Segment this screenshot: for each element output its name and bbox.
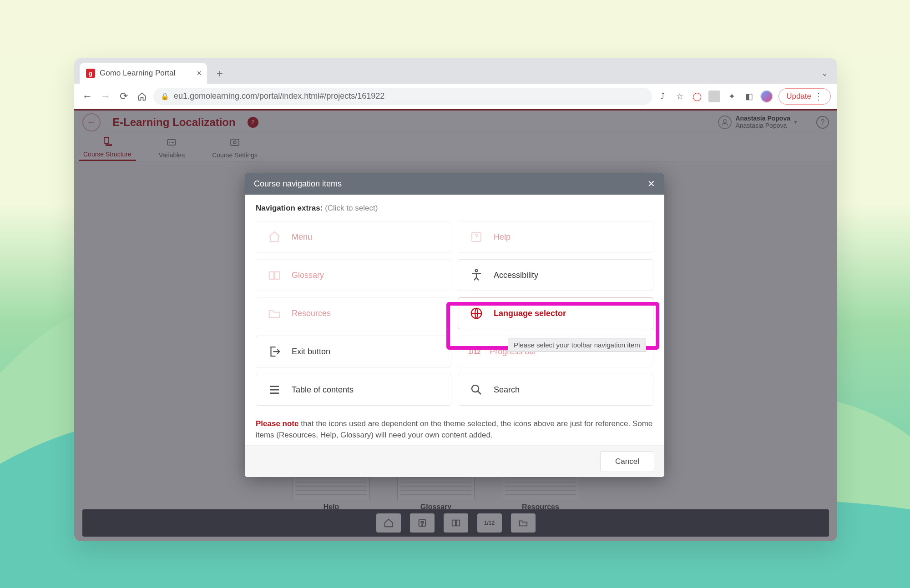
share-icon[interactable]: ⤴ bbox=[657, 90, 668, 102]
favicon-icon: g bbox=[86, 69, 95, 78]
browser-toolbar: ← → ⟳ 🔒 eu1.gomolearning.com/portal/inde… bbox=[74, 84, 837, 109]
back-icon[interactable]: ← bbox=[81, 90, 94, 103]
browser-tab[interactable]: g Gomo Learning Portal × bbox=[80, 63, 207, 84]
svg-point-10 bbox=[472, 385, 479, 392]
extension-opera-icon[interactable]: ◯ bbox=[691, 90, 703, 102]
globe-icon bbox=[468, 305, 485, 322]
note-bold: Please note bbox=[256, 419, 299, 428]
nav-item-glossary[interactable]: Glossary bbox=[256, 259, 451, 291]
nav-item-label: Help bbox=[494, 232, 511, 242]
update-button[interactable]: Update ⋮ bbox=[779, 88, 831, 105]
menu-kebab-icon[interactable]: ⋮ bbox=[814, 91, 823, 102]
home-icon bbox=[266, 229, 283, 245]
nav-item-help[interactable]: Help bbox=[458, 221, 653, 253]
nav-item-label: Menu bbox=[292, 232, 312, 242]
nav-item-menu[interactable]: Menu bbox=[256, 221, 451, 253]
cancel-button[interactable]: Cancel bbox=[600, 451, 654, 472]
hover-tooltip: Please select your toolbar navigation it… bbox=[508, 338, 646, 352]
accessibility-icon bbox=[468, 267, 485, 283]
update-label: Update bbox=[786, 92, 811, 101]
tab-strip: g Gomo Learning Portal × + ⌄ bbox=[74, 58, 837, 84]
search-icon bbox=[468, 382, 485, 398]
nav-item-language-selector[interactable]: Language selector bbox=[458, 297, 653, 329]
tab-close-icon[interactable]: × bbox=[197, 69, 202, 78]
course-navigation-modal: Course navigation items ✕ Navigation ext… bbox=[245, 173, 664, 477]
nav-item-label: Glossary bbox=[292, 271, 324, 280]
profile-avatar[interactable] bbox=[760, 90, 773, 103]
book-icon bbox=[266, 267, 283, 283]
nav-item-label: Language selector bbox=[494, 309, 566, 318]
extensions-puzzle-icon[interactable]: ✦ bbox=[726, 90, 738, 102]
modal-header: Course navigation items ✕ bbox=[245, 173, 664, 195]
exit-icon bbox=[266, 343, 283, 360]
modal-close-icon[interactable]: ✕ bbox=[647, 178, 655, 189]
nav-item-toc[interactable]: Table of contents bbox=[256, 374, 451, 406]
forward-icon[interactable]: → bbox=[99, 90, 112, 103]
question-icon bbox=[468, 229, 485, 245]
nav-item-search[interactable]: Search bbox=[458, 374, 653, 406]
browser-window: g Gomo Learning Portal × + ⌄ ← → ⟳ 🔒 eu1… bbox=[74, 58, 837, 541]
home-icon[interactable] bbox=[135, 90, 149, 103]
note-text: that the icons used are dependent on the… bbox=[256, 419, 652, 439]
url-text: eu1.gomolearning.com/portal/index.html#/… bbox=[174, 91, 384, 101]
nav-item-exit[interactable]: Exit button bbox=[256, 336, 451, 367]
nav-item-label: Resources bbox=[292, 309, 331, 318]
list-icon bbox=[266, 382, 283, 398]
reload-icon[interactable]: ⟳ bbox=[117, 90, 131, 103]
svg-point-8 bbox=[475, 270, 478, 272]
tab-title: Gomo Learning Portal bbox=[100, 69, 175, 78]
lock-icon: 🔒 bbox=[161, 92, 169, 101]
progress-fraction-icon: 1/12 bbox=[468, 348, 480, 355]
modal-title: Course navigation items bbox=[254, 179, 342, 189]
nav-item-label: Exit button bbox=[292, 347, 330, 357]
sidepanel-icon[interactable]: ◧ bbox=[743, 90, 755, 102]
label-bold: Navigation extras: bbox=[256, 204, 323, 212]
nav-extras-label: Navigation extras: (Click to select) bbox=[256, 204, 653, 213]
nav-item-label: Accessibility bbox=[494, 271, 538, 280]
url-bar[interactable]: 🔒 eu1.gomolearning.com/portal/index.html… bbox=[153, 88, 652, 105]
bookmark-icon[interactable]: ☆ bbox=[674, 90, 686, 102]
nav-item-accessibility[interactable]: Accessibility bbox=[458, 259, 653, 291]
nav-item-resources[interactable]: Resources bbox=[256, 297, 451, 329]
extension-box-icon[interactable] bbox=[708, 90, 720, 102]
folder-icon bbox=[266, 305, 283, 322]
label-hint: (Click to select) bbox=[325, 204, 378, 212]
app-content: ← E-Learning Localization 2 Anastasia Po… bbox=[74, 109, 837, 541]
nav-item-label: Search bbox=[494, 385, 520, 395]
modal-footer: Cancel bbox=[245, 445, 664, 477]
modal-note: Please note that the icons used are depe… bbox=[256, 418, 653, 441]
tabs-dropdown-icon[interactable]: ⌄ bbox=[821, 68, 828, 78]
new-tab-button[interactable]: + bbox=[212, 66, 227, 81]
nav-item-label: Table of contents bbox=[292, 385, 354, 395]
